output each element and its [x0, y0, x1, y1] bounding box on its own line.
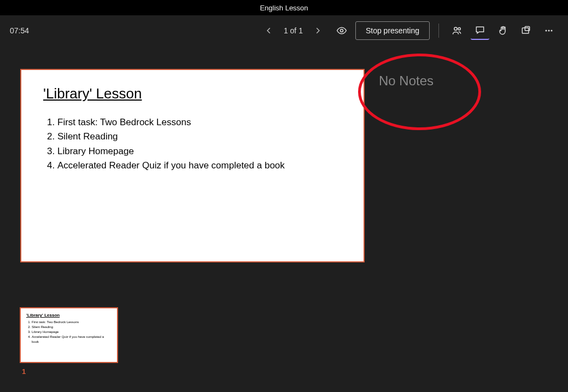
slide-list-item: Silent Reading: [57, 130, 342, 144]
thumb-list-item: Accelerated Reader Quiz if you have comp…: [32, 335, 112, 344]
current-slide: 'Library' Lesson First task: Two Bedrock…: [20, 69, 365, 262]
slide-list-item: Accelerated Reader Quiz if you have comp…: [57, 159, 342, 173]
presenter-toolbar: 07:54 1 of 1 Stop presenting: [0, 15, 568, 46]
slide-thumbnail[interactable]: 'Library' Lesson First task: Two Bedrock…: [20, 307, 118, 363]
svg-point-7: [551, 30, 553, 32]
slide-list-item: Library Homepage: [57, 144, 342, 159]
raise-hand-icon[interactable]: [494, 21, 512, 40]
thumbnail-number: 1: [22, 367, 26, 376]
more-options-icon[interactable]: [540, 21, 558, 40]
thumb-list-item: First task: Two Bedrock Lessons: [32, 320, 112, 325]
eye-icon[interactable]: [332, 21, 351, 40]
svg-point-2: [458, 28, 460, 30]
svg-point-0: [340, 30, 343, 32]
annotation-circle: [358, 54, 481, 130]
page-indicator: 1 of 1: [282, 26, 305, 35]
slide-list-item: First task: Two Bedrock Lessons: [57, 115, 342, 130]
clock-time: 07:54: [10, 26, 29, 35]
svg-point-6: [548, 30, 550, 32]
stop-presenting-button[interactable]: Stop presenting: [355, 21, 430, 40]
svg-point-1: [454, 27, 457, 30]
chat-icon[interactable]: [471, 21, 489, 40]
people-icon[interactable]: [448, 21, 466, 40]
notes-panel-text: No Notes: [379, 73, 434, 89]
title-text: English Lesson: [260, 4, 308, 12]
slide-nav: 1 of 1: [264, 26, 323, 36]
thumb-title: 'Library' Lesson: [26, 313, 112, 318]
window-title: English Lesson: [0, 0, 568, 15]
toolbar-separator: [438, 24, 439, 38]
prev-slide-button[interactable]: [264, 26, 274, 36]
slide-list: First task: Two Bedrock Lessons Silent R…: [43, 115, 342, 173]
thumb-list-item: Silent Reading: [32, 325, 112, 330]
popout-icon[interactable]: [517, 21, 535, 40]
presenter-stage: 'Library' Lesson First task: Two Bedrock…: [0, 46, 568, 392]
thumb-list-item: Library Homepage: [32, 330, 112, 335]
svg-point-5: [546, 30, 547, 32]
thumb-list: First task: Two Bedrock Lessons Silent R…: [26, 320, 112, 344]
slide-title: 'Library' Lesson: [43, 85, 342, 102]
next-slide-button[interactable]: [313, 26, 323, 36]
